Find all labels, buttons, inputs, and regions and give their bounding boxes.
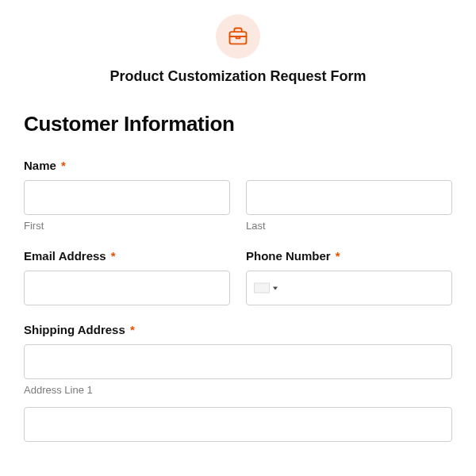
phone-label: Phone Number * — [246, 249, 452, 263]
email-label: Email Address * — [24, 249, 230, 263]
required-mark: * — [111, 249, 116, 263]
form-title: Product Customization Request Form — [109, 68, 366, 85]
address-line2-input[interactable] — [24, 407, 452, 442]
required-mark: * — [336, 249, 340, 263]
address-line1-sublabel: Address Line 1 — [24, 384, 452, 396]
email-col: Email Address * — [24, 249, 230, 305]
last-name-input[interactable] — [246, 180, 452, 215]
last-name-col: Last — [246, 180, 452, 232]
contact-row: Email Address * Phone Number * — [24, 249, 452, 305]
header-icon-circle — [216, 14, 260, 59]
shipping-field-group: Shipping Address * Address Line 1 — [24, 323, 452, 442]
first-name-col: First — [24, 180, 230, 232]
shipping-label: Shipping Address * — [24, 323, 452, 336]
address-line1-input[interactable] — [24, 344, 452, 379]
last-name-sublabel: Last — [246, 220, 452, 232]
shipping-label-text: Shipping Address — [24, 323, 125, 336]
phone-label-text: Phone Number — [246, 249, 331, 263]
email-input[interactable] — [24, 271, 230, 305]
phone-input-wrap — [246, 271, 452, 305]
first-name-sublabel: First — [24, 220, 230, 232]
section-heading: Customer Information — [24, 112, 452, 136]
phone-input[interactable] — [246, 271, 452, 305]
briefcase-icon — [227, 25, 249, 48]
name-label: Name * — [24, 159, 452, 172]
name-label-text: Name — [24, 159, 56, 172]
name-row: First Last — [24, 180, 452, 232]
name-field-group: Name * First Last — [24, 159, 452, 232]
form-header: Product Customization Request Form — [24, 0, 452, 106]
spacer — [24, 396, 452, 407]
email-label-text: Email Address — [24, 249, 106, 263]
required-mark: * — [61, 159, 66, 172]
form-container: Product Customization Request Form Custo… — [0, 0, 476, 442]
required-mark: * — [130, 323, 135, 336]
contact-row-group: Email Address * Phone Number * — [24, 249, 452, 305]
first-name-input[interactable] — [24, 180, 230, 215]
phone-col: Phone Number * — [246, 249, 452, 305]
